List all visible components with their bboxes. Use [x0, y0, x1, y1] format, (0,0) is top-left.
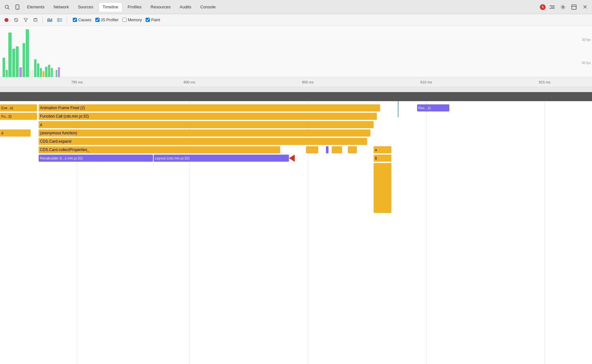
fps-bar — [12, 49, 15, 77]
timeline-toolbar: Causes JS Profiler Memory Paint — [0, 14, 592, 26]
blue-marker-1 — [398, 101, 398, 117]
checkbox-group: Causes JS Profiler Memory Paint — [73, 18, 160, 22]
svg-rect-20 — [49, 18, 50, 22]
grid-line-4 — [426, 101, 426, 364]
animation-frame-block[interactable]: Animation Frame Fired (2) — [39, 104, 380, 111]
fps-bar — [43, 71, 44, 77]
time-795: 795 ms — [71, 80, 83, 84]
recalculate-block[interactable]: Recalculate S...s.min.js:32) — [39, 155, 153, 162]
eve-k-block[interactable]: Eve...k) — [0, 104, 37, 111]
cds-card-expand-block[interactable]: CDS.Card.expand — [39, 138, 367, 145]
fu-2-block[interactable]: Fu...2) — [0, 113, 37, 120]
fps-labels: 30 fps 60 fps — [582, 26, 591, 77]
cds-card-collect-block[interactable]: CDS.Card.collectProperties_ — [39, 146, 280, 153]
timeline-main[interactable]: Eve...k) Animation Frame Fired (2) Rec..… — [0, 101, 592, 364]
delete-button[interactable] — [32, 16, 39, 24]
layout-block[interactable]: Layout (cds.min.js:32) — [154, 155, 289, 162]
tab-audits[interactable]: Audits — [176, 3, 195, 11]
a-block[interactable]: a — [39, 121, 374, 128]
fps-bar — [48, 65, 50, 77]
tab-timeline[interactable]: Timeline — [99, 2, 123, 12]
fps-bar — [16, 46, 19, 77]
svg-rect-22 — [51, 18, 52, 22]
a-right-block[interactable]: a — [374, 146, 391, 153]
tab-network[interactable]: Network — [50, 3, 73, 11]
paint-checkbox-label[interactable]: Paint — [146, 18, 160, 22]
fps-bar — [53, 71, 55, 77]
timeline-overview[interactable]: 30 fps 60 fps 795 ms 800 ms 805 ms 810 m… — [0, 26, 592, 87]
console-drawer-icon[interactable] — [548, 3, 557, 12]
listview-button[interactable] — [56, 16, 63, 24]
search-icon[interactable] — [3, 3, 12, 12]
fps-bar — [8, 33, 12, 77]
fps-bar — [26, 29, 29, 77]
fps-bar — [58, 67, 60, 77]
tab-elements[interactable]: Elements — [23, 3, 48, 11]
causes-checkbox-label[interactable]: Causes — [73, 18, 91, 22]
fps-bar — [40, 68, 42, 77]
time-ruler: 795 ms 800 ms 805 ms 810 ms 815 ms — [0, 77, 592, 87]
memory-label: Memory — [128, 18, 142, 22]
device-icon[interactable] — [13, 3, 22, 12]
tab-sources[interactable]: Sources — [74, 3, 97, 11]
svg-rect-19 — [47, 19, 48, 22]
dollar-right-block[interactable]: $ — [374, 155, 391, 162]
tab-profiles[interactable]: Profiles — [124, 3, 145, 11]
flamechart-button[interactable] — [46, 16, 54, 24]
close-icon[interactable]: ✕ — [580, 3, 589, 12]
paint-label: Paint — [151, 18, 160, 22]
fps-bar — [34, 59, 36, 77]
time-800: 800 ms — [184, 80, 195, 84]
time-810: 810 ms — [420, 80, 432, 84]
divider-2 — [67, 17, 67, 23]
svg-line-12 — [15, 19, 17, 21]
time-805: 805 ms — [302, 80, 314, 84]
timeline-section-header — [0, 92, 592, 101]
svg-line-1 — [8, 8, 9, 9]
dock-icon[interactable] — [569, 3, 578, 12]
js-profiler-checkbox-label[interactable]: JS Profiler — [95, 18, 119, 22]
memory-checkbox-label[interactable]: Memory — [122, 18, 142, 22]
small-yellow-b[interactable] — [332, 146, 342, 153]
fps-bar — [23, 43, 25, 77]
fps-bar — [30, 71, 31, 77]
fps-bar — [56, 70, 57, 77]
js-profiler-label: JS Profiler — [101, 18, 119, 22]
paint-checkbox[interactable] — [146, 18, 150, 22]
fps-bar — [51, 68, 53, 77]
causes-checkbox[interactable] — [73, 18, 77, 22]
fps-bar — [37, 63, 39, 77]
small-purple-a[interactable] — [326, 146, 329, 153]
tall-yellow-block[interactable] — [374, 163, 391, 213]
js-profiler-checkbox[interactable] — [95, 18, 100, 22]
tab-console[interactable]: Console — [196, 3, 220, 11]
causes-label: Causes — [78, 18, 91, 22]
divider-1 — [43, 17, 43, 23]
record-button[interactable] — [3, 16, 10, 24]
fps-bar — [32, 70, 33, 77]
fps-30-label: 30 fps — [582, 38, 591, 42]
anon-block[interactable]: (anonymous function) — [39, 129, 370, 137]
settings-icon[interactable] — [559, 3, 568, 12]
function-call-block[interactable]: Function Call (cds.min.js:32) — [39, 113, 377, 120]
svg-rect-21 — [50, 19, 51, 22]
small-yellow-c[interactable] — [348, 146, 357, 153]
fps-bar — [19, 67, 22, 77]
filter-button[interactable] — [22, 16, 30, 24]
svg-rect-8 — [572, 5, 576, 9]
time-815: 815 ms — [539, 80, 550, 84]
timeline-scrollbar[interactable] — [0, 87, 592, 92]
grid-line-5 — [545, 101, 545, 364]
devtools-nav: Elements Network Sources Timeline Profil… — [0, 0, 592, 14]
memory-checkbox[interactable] — [122, 18, 127, 22]
small-yellow-a[interactable] — [306, 146, 318, 153]
fps-bar — [6, 70, 8, 77]
d-block[interactable]: d — [0, 129, 31, 137]
svg-rect-14 — [34, 19, 37, 22]
rec-2-block[interactable]: Rec...2) — [417, 104, 449, 111]
layout-warning-triangle — [289, 155, 295, 162]
tab-resources[interactable]: Resources — [147, 3, 175, 11]
svg-point-10 — [5, 18, 8, 22]
error-count-badge: 5 — [540, 4, 546, 10]
clear-button[interactable] — [12, 16, 20, 24]
